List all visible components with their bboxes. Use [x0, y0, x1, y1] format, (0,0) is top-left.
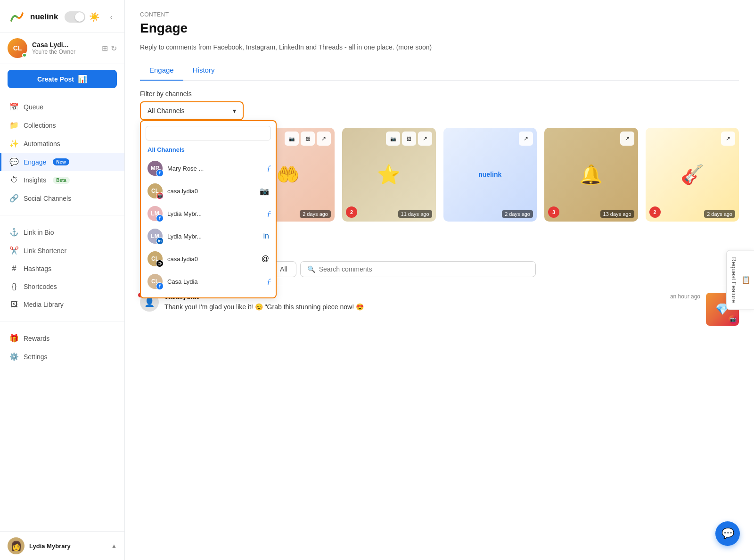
ig-thumbnail-badge: 📷 — [729, 315, 737, 324]
request-feature-panel[interactable]: 📋 Request Feature — [726, 250, 754, 310]
instagram-badge-1: 📷 — [156, 192, 164, 199]
channel-name-casa-lydia-fb: Casa Lydia — [167, 278, 198, 285]
sidebar-item-hashtags[interactable]: # Hashtags — [0, 260, 124, 278]
channel-select[interactable]: All Channels ▾ — [140, 101, 244, 120]
lydia-li-avatar: LM in — [148, 229, 163, 244]
dropdown-section-all-channels: All Channels — [141, 144, 276, 157]
channel-name-lydia-fb: Lydia Mybr... — [167, 210, 202, 217]
dropdown-item-casa-lydia-th[interactable]: CL @ casa.lydia0 @ — [141, 247, 276, 270]
external-link-icon-3[interactable]: ↗ — [418, 132, 432, 146]
filter-label: Filter by channels — [140, 90, 739, 98]
sidebar-item-shortcodes-label: Shortcodes — [24, 283, 57, 290]
facebook-icon-2: 𝓯 — [267, 209, 269, 218]
casa-lydia-th-avatar: CL @ — [148, 251, 163, 266]
sidebar-item-insights[interactable]: ⏱ Insights Beta — [0, 171, 124, 189]
filter-section: Filter by channels All Channels ▾ All Ch… — [140, 90, 739, 120]
collections-icon: 📁 — [9, 121, 19, 130]
sidebar-item-queue[interactable]: 📅 Queue — [0, 98, 124, 116]
media-library-icon: 🖼 — [9, 300, 19, 309]
user-menu-chevron[interactable]: ▲ — [111, 543, 117, 549]
post-time-5: 13 days ago — [600, 210, 634, 218]
post-card-overlay-3: 📷 🖼 ↗ — [386, 132, 432, 146]
workspace-initials: CL — [13, 44, 22, 52]
nuelink-logo — [8, 8, 26, 26]
channel-select-value: All Channels — [148, 107, 185, 115]
sidebar-item-queue-label: Queue — [24, 103, 43, 111]
sidebar-item-media-library[interactable]: 🖼 Media Library — [0, 296, 124, 313]
search-icon: 🔍 — [307, 265, 315, 273]
page-description: Reply to comments from Facebook, Instagr… — [140, 43, 739, 51]
mary-rose-avatar: MR f — [148, 161, 163, 176]
hashtags-icon: # — [9, 264, 19, 273]
external-link-icon-4[interactable]: ↗ — [519, 132, 533, 146]
sidebar-item-link-in-bio[interactable]: ⚓ Link in Bio — [0, 223, 124, 241]
workspace-name: Casa Lydi... — [32, 41, 97, 49]
workspace-role: You're the Owner — [32, 49, 97, 55]
toggle-area: ☀️ — [65, 11, 99, 23]
facebook-badge: f — [156, 169, 164, 177]
post-time-4: 2 days ago — [502, 210, 533, 218]
channel-name-lydia-li: Lydia Mybr... — [167, 233, 202, 240]
primary-nav: 📅 Queue 📁 Collections ✨ Automations 💬 En… — [0, 94, 124, 211]
sidebar-item-automations[interactable]: ✨ Automations — [0, 134, 124, 153]
post-card-5[interactable]: 🔔 ↗ 3 13 days ago — [544, 128, 638, 222]
post-card-3[interactable]: ⭐ 📷 🖼 ↗ 2 11 days ago — [342, 128, 436, 222]
channel-search-input[interactable] — [146, 126, 271, 140]
channel-name-mary-rose: Mary Rose ... — [167, 165, 204, 172]
sidebar-item-settings[interactable]: ⚙️ Settings — [0, 347, 124, 366]
user-info[interactable]: 👩 Lydia Mybrary — [8, 537, 71, 554]
sidebar-item-rewards[interactable]: 🎁 Rewards — [0, 329, 124, 347]
casa-lydia-ig-avatar: CL 📷 — [148, 183, 163, 198]
create-post-button[interactable]: Create Post 📊 — [8, 70, 117, 88]
external-link-icon-5[interactable]: ↗ — [620, 132, 634, 146]
dropdown-item-mary-rose[interactable]: MR f Mary Rose ... 𝓯 — [141, 157, 276, 180]
post-card-6[interactable]: 🎸 ↗ 2 2 days ago — [646, 128, 739, 222]
sidebar-item-engage[interactable]: 💬 Engage New — [0, 153, 124, 171]
logo-text: nuelink — [30, 12, 58, 22]
insights-beta-badge: Beta — [53, 177, 70, 184]
instagram-icon-card-3: 📷 — [386, 132, 400, 146]
dropdown-item-casa-lydia-ig[interactable]: CL 📷 casa.lydia0 📷 — [141, 180, 276, 202]
grid-icon[interactable]: ⊞ — [102, 44, 108, 53]
theme-toggle[interactable] — [65, 11, 85, 23]
external-link-icon-6[interactable]: ↗ — [721, 132, 735, 146]
online-indicator — [22, 53, 27, 58]
dropdown-item-lydia-li[interactable]: LM in Lydia Mybr... in — [141, 225, 276, 247]
sidebar-item-social-channels[interactable]: 🔗 Social Channels — [0, 189, 124, 207]
comment-badge-6: 2 — [649, 206, 661, 218]
post-time-3: 11 days ago — [398, 210, 432, 218]
sidebar-item-collections[interactable]: 📁 Collections — [0, 116, 124, 134]
external-link-icon-2[interactable]: ↗ — [317, 132, 331, 146]
linkedin-icon: in — [263, 232, 269, 240]
instagram-icon-1: 📷 — [260, 187, 269, 196]
facebook-badge-2: f — [156, 214, 164, 222]
channel-dropdown-wrapper: All Channels ▾ All Channels MR f Mary Ro… — [140, 101, 244, 120]
tabs-row: Engage History — [140, 60, 739, 81]
chevron-down-icon: ▾ — [233, 107, 236, 115]
workspace-info: Casa Lydi... You're the Owner — [32, 41, 97, 55]
post-card-4[interactable]: nuelink ↗ 2 days ago — [443, 128, 537, 222]
collapse-sidebar-button[interactable]: ‹ — [106, 11, 117, 23]
sidebar-item-social-channels-label: Social Channels — [24, 195, 71, 202]
post-time-6: 2 days ago — [704, 210, 735, 218]
comment-badge-3: 2 — [346, 206, 357, 218]
post-card-overlay-4: ↗ — [519, 132, 533, 146]
post-card-overlay-2: 📷 🖼 ↗ — [285, 132, 331, 146]
sidebar-item-shortcodes[interactable]: {} Shortcodes — [0, 278, 124, 296]
instagram-icon-card-2: 📷 — [285, 132, 299, 146]
tab-engage[interactable]: Engage — [140, 60, 183, 81]
sidebar-item-automations-label: Automations — [24, 140, 60, 148]
nav-divider-2 — [0, 321, 124, 321]
sidebar-item-link-shortener[interactable]: ✂️ Link Shortener — [0, 241, 124, 260]
sidebar-item-collections-label: Collections — [24, 122, 56, 129]
dropdown-item-lydia-fb[interactable]: LM f Lydia Mybr... 𝓯 — [141, 202, 276, 225]
threads-icon: @ — [262, 255, 269, 263]
tab-history[interactable]: History — [183, 60, 224, 81]
search-comments-input[interactable] — [319, 265, 529, 273]
request-feature-label: Request Feature — [730, 257, 738, 303]
channel-name-casa-lydia-ig: casa.lydia0 — [167, 188, 198, 195]
refresh-icon[interactable]: ↻ — [111, 44, 117, 53]
engage-new-badge: New — [53, 158, 69, 165]
dropdown-item-casa-lydia-fb[interactable]: CL f Casa Lydia 𝓯 — [141, 270, 276, 293]
chat-bubble-button[interactable]: 💬 — [715, 521, 740, 546]
